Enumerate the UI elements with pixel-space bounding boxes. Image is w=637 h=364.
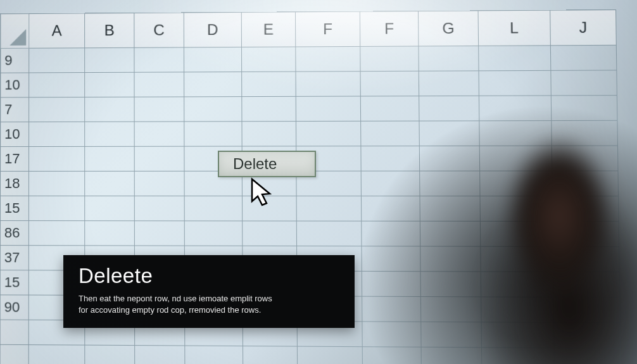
cell[interactable] [552, 146, 618, 171]
cell[interactable] [480, 196, 553, 222]
cell[interactable] [243, 221, 297, 246]
cell[interactable] [85, 171, 135, 196]
cell[interactable] [185, 346, 243, 364]
cell[interactable] [134, 122, 184, 146]
column-header[interactable]: D [184, 12, 241, 47]
cell[interactable] [296, 196, 362, 222]
cell[interactable] [552, 196, 619, 222]
cell[interactable] [362, 221, 420, 246]
row-header[interactable] [0, 320, 28, 345]
cell[interactable] [362, 347, 421, 364]
cell[interactable] [550, 45, 616, 70]
cell[interactable] [184, 221, 243, 246]
cell[interactable] [420, 297, 481, 322]
cell[interactable] [85, 72, 134, 97]
cell[interactable] [419, 46, 479, 71]
column-header[interactable]: C [134, 13, 184, 47]
cell[interactable] [85, 345, 135, 364]
cell[interactable] [361, 171, 420, 196]
cell[interactable] [242, 196, 296, 221]
cell[interactable] [85, 97, 134, 122]
cell[interactable] [28, 221, 84, 246]
row-header[interactable]: 17 [1, 147, 29, 172]
cell[interactable] [479, 96, 551, 121]
row-header[interactable]: 10 [1, 122, 29, 147]
cell[interactable] [184, 97, 242, 122]
cell[interactable] [479, 70, 551, 96]
column-header[interactable]: A [29, 13, 85, 48]
cell[interactable] [28, 171, 84, 196]
cell[interactable] [481, 322, 554, 348]
cell[interactable] [552, 171, 619, 196]
cell[interactable] [134, 171, 184, 196]
cell[interactable] [552, 120, 618, 146]
cell[interactable] [296, 72, 360, 97]
cell[interactable] [479, 146, 552, 171]
cell[interactable] [242, 96, 296, 121]
cell[interactable] [243, 346, 297, 364]
cell[interactable] [481, 348, 554, 364]
cell[interactable] [85, 146, 135, 171]
cell[interactable] [135, 346, 185, 364]
cell[interactable] [421, 322, 482, 347]
row-header[interactable]: 15 [0, 270, 28, 295]
cell[interactable] [420, 171, 480, 196]
cell[interactable] [419, 96, 479, 121]
cell[interactable] [296, 221, 362, 246]
cell[interactable] [85, 122, 134, 146]
cell[interactable] [184, 72, 242, 96]
cell[interactable] [479, 121, 552, 146]
cell[interactable] [29, 48, 85, 73]
cell[interactable] [184, 47, 241, 72]
cell[interactable] [361, 121, 420, 146]
row-header[interactable]: 86 [0, 221, 28, 246]
cell[interactable] [551, 96, 617, 121]
cell[interactable] [553, 297, 620, 323]
row-header[interactable]: 18 [0, 171, 28, 196]
cell[interactable] [134, 196, 184, 221]
cell[interactable] [134, 97, 184, 122]
row-header[interactable] [0, 344, 28, 364]
cell[interactable] [419, 121, 479, 146]
cell[interactable] [85, 221, 135, 246]
cell[interactable] [241, 47, 296, 72]
cell[interactable] [242, 122, 296, 146]
cell[interactable] [479, 46, 551, 71]
cell[interactable] [360, 46, 419, 72]
cell[interactable] [554, 322, 621, 348]
column-header[interactable]: F [360, 11, 419, 47]
cell[interactable] [184, 122, 242, 146]
cell[interactable] [134, 47, 184, 72]
cell[interactable] [29, 73, 85, 97]
row-header[interactable]: 9 [1, 48, 29, 73]
cell[interactable] [361, 146, 420, 172]
cell[interactable] [554, 348, 621, 364]
cell[interactable] [419, 71, 479, 96]
cell[interactable] [362, 246, 420, 272]
cell[interactable] [553, 222, 619, 247]
row-header[interactable]: 10 [1, 73, 29, 97]
cell[interactable] [85, 196, 135, 221]
cell[interactable] [242, 72, 296, 96]
row-header[interactable]: 7 [1, 97, 29, 122]
column-header[interactable]: B [85, 13, 134, 47]
row-header[interactable]: 90 [0, 295, 28, 320]
cell[interactable] [421, 347, 482, 364]
row-header[interactable]: 15 [0, 196, 28, 220]
column-header[interactable]: F [295, 11, 360, 47]
column-header[interactable]: E [241, 12, 296, 47]
cell[interactable] [29, 97, 85, 122]
cell[interactable] [420, 246, 481, 272]
cell[interactable] [551, 70, 617, 96]
column-header[interactable]: L [478, 10, 550, 46]
cell[interactable] [419, 146, 479, 171]
cell[interactable] [134, 146, 184, 171]
cell[interactable] [420, 221, 480, 246]
cell[interactable] [134, 72, 184, 97]
cell[interactable] [85, 47, 134, 72]
cell[interactable] [362, 322, 421, 347]
cell[interactable] [296, 46, 360, 72]
cell[interactable] [28, 196, 84, 221]
cell[interactable] [29, 122, 85, 146]
cell[interactable] [360, 71, 419, 96]
